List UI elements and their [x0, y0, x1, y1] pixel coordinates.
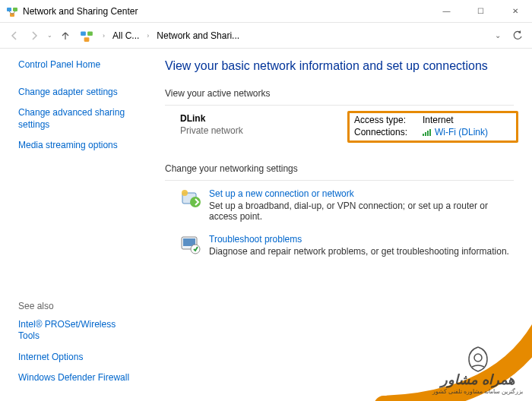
- access-type-label: Access type:: [354, 115, 423, 125]
- change-sharing-link[interactable]: Change advanced sharing settings: [18, 107, 138, 131]
- media-streaming-link[interactable]: Media streaming options: [18, 140, 138, 152]
- svg-rect-7: [84, 37, 90, 42]
- close-button[interactable]: ✕: [498, 0, 532, 23]
- network-center-icon: [80, 29, 93, 43]
- forward-button[interactable]: [26, 27, 43, 44]
- svg-rect-11: [429, 129, 431, 136]
- address-bar: ⌄ › All C... › Network and Shari... ⌄: [0, 23, 532, 49]
- see-also-label: See also: [18, 301, 138, 311]
- internet-options-link[interactable]: Internet Options: [18, 352, 138, 364]
- wifi-connection-link[interactable]: Wi-Fi (DLink): [423, 127, 511, 137]
- watermark: همراه مشاور بزرگترین سامانه مشاوره تلفنی…: [432, 346, 523, 395]
- svg-rect-8: [423, 134, 424, 136]
- svg-rect-9: [425, 132, 426, 136]
- connection-highlight: Access type: Internet Connections: Wi-Fi…: [347, 111, 518, 143]
- maximize-button[interactable]: ☐: [464, 0, 498, 23]
- network-center-icon: [6, 5, 18, 17]
- new-connection-link[interactable]: Set up a new connection or network: [209, 188, 514, 199]
- svg-rect-10: [427, 131, 429, 136]
- svg-point-17: [191, 245, 200, 254]
- troubleshoot-icon: [180, 234, 201, 255]
- svg-rect-1: [13, 8, 17, 11]
- breadcrumb-dropdown[interactable]: ⌄: [489, 27, 506, 44]
- breadcrumb[interactable]: › All C... › Network and Shari...: [100, 29, 464, 43]
- change-adapter-link[interactable]: Change adapter settings: [18, 87, 138, 99]
- svg-rect-0: [7, 8, 11, 11]
- breadcrumb-page[interactable]: Network and Shari...: [154, 29, 242, 43]
- troubleshoot-desc: Diagnose and repair network problems, or…: [209, 246, 509, 257]
- watermark-subtitle: بزرگترین سامانه مشاوره تلفنی کشور: [432, 388, 523, 395]
- new-connection-desc: Set up a broadband, dial-up, or VPN conn…: [209, 200, 514, 222]
- svg-point-14: [182, 190, 188, 196]
- watermark-title: همراه مشاور: [432, 371, 523, 388]
- network-name: DLink: [180, 113, 352, 124]
- svg-rect-6: [87, 31, 93, 36]
- firewall-link[interactable]: Windows Defender Firewall: [18, 372, 138, 384]
- active-networks-label: View your active networks: [165, 88, 514, 99]
- intel-proset-link[interactable]: Intel® PROSet/Wireless Tools: [18, 319, 138, 343]
- refresh-button[interactable]: [509, 27, 526, 44]
- back-button[interactable]: [6, 27, 23, 44]
- breadcrumb-allc[interactable]: All C...: [109, 29, 142, 43]
- sidebar: Control Panel Home Change adapter settin…: [0, 49, 148, 401]
- minimize-button[interactable]: —: [429, 0, 464, 23]
- network-type: Private network: [180, 125, 352, 136]
- change-settings-label: Change your networking settings: [165, 163, 514, 174]
- up-button[interactable]: [57, 27, 74, 44]
- troubleshoot-link[interactable]: Troubleshoot problems: [209, 234, 509, 245]
- window-title: Network and Sharing Center: [23, 6, 429, 17]
- page-heading: View your basic network information and …: [165, 59, 514, 73]
- connections-label: Connections:: [354, 127, 423, 137]
- svg-rect-5: [81, 31, 86, 36]
- new-connection-icon: [180, 188, 201, 210]
- svg-point-18: [474, 354, 482, 362]
- recent-locations-button[interactable]: ⌄: [46, 33, 54, 38]
- control-panel-home-link[interactable]: Control Panel Home: [18, 59, 138, 71]
- titlebar: Network and Sharing Center — ☐ ✕: [0, 0, 532, 23]
- access-type-value: Internet: [423, 115, 511, 125]
- wifi-signal-icon: [423, 128, 432, 136]
- svg-rect-2: [10, 13, 14, 17]
